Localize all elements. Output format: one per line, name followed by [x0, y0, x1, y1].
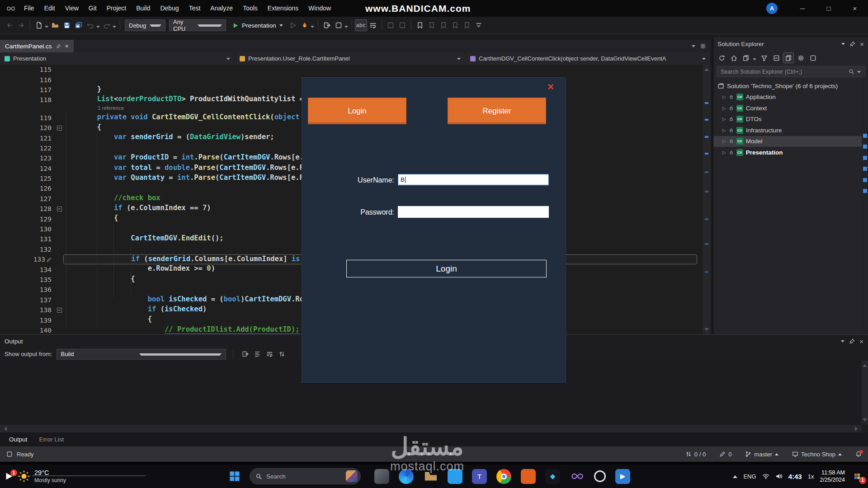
toolbar-overflow-icon[interactable] [473, 19, 485, 31]
minimize-button[interactable]: ─ [789, 0, 816, 17]
home-icon[interactable] [728, 52, 739, 63]
scrollbar-up-arrow[interactable] [863, 362, 867, 367]
bookmarks-window-icon[interactable] [449, 19, 461, 31]
dropdown-chevron-icon[interactable] [96, 26, 100, 30]
panel-tab-error-list[interactable]: Error List [35, 436, 69, 443]
bandicam-scrub-bar[interactable] [32, 475, 146, 476]
line-number[interactable]: 116 [0, 75, 55, 84]
preview-selected-items-icon[interactable] [807, 52, 818, 63]
solution-explorer-search[interactable]: Search Solution Explorer (Ctrl+;) [717, 66, 865, 77]
scrollbar-right-arrow[interactable] [855, 427, 860, 431]
new-project-icon[interactable] [33, 19, 45, 31]
opera-browser-icon[interactable] [594, 470, 606, 482]
taskbar-preview-thumbnail[interactable] [374, 469, 389, 484]
panel-position-chevron-icon[interactable] [841, 43, 845, 47]
dropdown-chevron-icon[interactable] [113, 26, 116, 30]
chevron-right-icon[interactable]: ▷ [722, 94, 726, 99]
previous-bookmark-icon[interactable] [426, 19, 438, 31]
chevron-right-icon[interactable]: ▷ [722, 117, 726, 122]
save-icon[interactable] [61, 19, 73, 31]
word-wrap-icon[interactable] [367, 19, 379, 31]
clock[interactable]: 11:58 AM 2/25/2024 [820, 469, 845, 484]
redo-icon[interactable] [101, 19, 113, 31]
volume-icon[interactable] [775, 473, 783, 480]
tree-item-context[interactable]: ▷C#Context [713, 103, 868, 114]
editor-scrollbar[interactable] [703, 65, 711, 334]
menu-test[interactable]: Test [184, 0, 206, 17]
line-number[interactable]: 126 [0, 183, 55, 193]
line-number[interactable]: 140 [0, 325, 55, 334]
pin-icon[interactable] [56, 44, 61, 49]
pin-icon[interactable] [849, 41, 855, 47]
line-number[interactable]: 124 [0, 164, 55, 174]
menu-project[interactable]: Project [102, 0, 132, 17]
code-line-115[interactable]: 115 [0, 65, 711, 75]
open-file-icon[interactable] [49, 19, 61, 31]
line-number[interactable]: 133 [0, 254, 55, 264]
autoscroll-icon[interactable] [277, 349, 287, 359]
breadcrumb-2[interactable]: CartItemDGV_CellContentClick(object send… [466, 52, 711, 65]
menu-view[interactable]: View [60, 0, 84, 17]
line-number[interactable]: 119 [0, 113, 55, 123]
output-source-dropdown[interactable]: Build [57, 349, 226, 360]
dropdown-chevron-icon[interactable] [311, 26, 314, 30]
close-button[interactable]: × [842, 0, 868, 17]
close-panel-icon[interactable]: × [860, 40, 864, 48]
line-change-counter[interactable]: 0 / 0 [685, 451, 706, 458]
register-tab-button[interactable]: Register [448, 98, 546, 124]
menu-window[interactable]: Window [303, 0, 336, 17]
photos-icon[interactable]: ◆ [545, 469, 560, 484]
editor-settings-gear-icon[interactable] [700, 43, 706, 49]
show-whitespace-icon[interactable]: abc [355, 19, 367, 31]
close-panel-icon[interactable]: × [859, 338, 863, 345]
line-number[interactable]: 128 [0, 204, 55, 214]
bandicam-app-icon[interactable] [521, 469, 536, 484]
save-all-icon[interactable] [73, 19, 85, 31]
line-number[interactable]: 123 [0, 153, 55, 163]
chevron-right-icon[interactable]: ▷ [722, 106, 726, 111]
visual-studio-icon[interactable] [570, 469, 585, 484]
maximize-button[interactable]: □ [816, 0, 842, 17]
start-without-debugging-icon[interactable] [287, 19, 299, 31]
tree-item-presentation[interactable]: ▷C#Presentation [713, 147, 868, 158]
password-field[interactable] [398, 206, 549, 218]
line-number[interactable]: 139 [0, 315, 55, 325]
menu-tools[interactable]: Tools [238, 0, 263, 17]
fold-collapse-icon[interactable]: − [57, 206, 62, 211]
line-number[interactable]: 135 [0, 275, 55, 285]
tray-overflow-chevron-icon[interactable] [733, 473, 737, 478]
fold-collapse-icon[interactable]: − [57, 308, 62, 313]
solution-configurations-dropdown[interactable]: Debug [125, 19, 165, 31]
movies-tv-icon[interactable]: ▶ [615, 469, 630, 484]
navigate-backward-icon[interactable] [4, 19, 15, 31]
line-number[interactable]: 117 [0, 85, 55, 95]
hot-reload-icon[interactable] [299, 19, 311, 31]
search-highlight-thumbnail[interactable] [346, 470, 358, 482]
uncomment-selection-icon[interactable] [396, 19, 408, 31]
tab-cartitempanel[interactable]: CartItemPanel.cs × [0, 40, 74, 52]
language-indicator[interactable]: ENG [743, 473, 756, 480]
taskbar-search[interactable]: Search [250, 468, 361, 484]
menu-edit[interactable]: Edit [39, 0, 60, 17]
line-number[interactable]: 130 [0, 224, 55, 234]
panel-position-chevron-icon[interactable] [841, 340, 844, 344]
bandicam-play-overlay-icon[interactable]: 1 [4, 471, 14, 481]
switch-views-icon[interactable] [741, 52, 751, 63]
breadcrumb-1[interactable]: Presentation.User_Role.CartItemPanel [235, 52, 466, 65]
close-tab-icon[interactable]: × [65, 43, 69, 49]
chrome-icon[interactable] [496, 469, 511, 484]
line-number[interactable]: 118 [0, 95, 55, 105]
collapse-all-icon[interactable] [771, 52, 782, 63]
comment-selection-icon[interactable] [385, 19, 396, 31]
line-number[interactable]: 121 [0, 133, 55, 143]
navigate-forward-icon[interactable] [15, 19, 27, 31]
repository-selector[interactable]: Techno Shop [792, 451, 842, 458]
menu-debug[interactable]: Debug [155, 0, 184, 17]
bandicam-tray-icon[interactable]: 1 [851, 470, 863, 483]
line-number[interactable]: 131 [0, 234, 55, 244]
show-all-files-icon[interactable] [783, 52, 794, 63]
search-icon[interactable] [849, 69, 854, 75]
line-number[interactable]: 134 [0, 264, 55, 274]
scrollbar-down-arrow[interactable] [704, 328, 709, 333]
weather-widget[interactable]: 29°C Mostly sunny [34, 469, 66, 483]
